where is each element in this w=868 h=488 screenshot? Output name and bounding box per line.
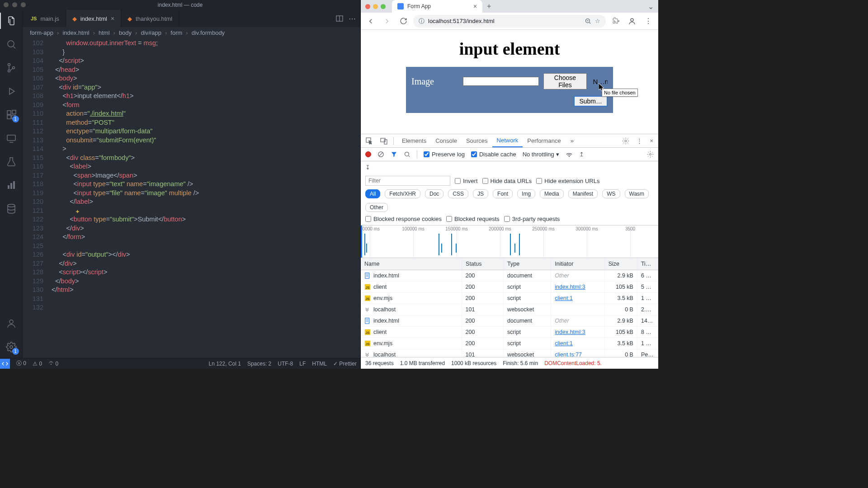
- filter-pill-fetch-xhr[interactable]: Fetch/XHR: [385, 189, 420, 198]
- status-prettier[interactable]: ✓ Prettier: [333, 361, 357, 367]
- traffic-min-icon[interactable]: [12, 2, 17, 7]
- clear-button[interactable]: [377, 151, 384, 158]
- testing-icon[interactable]: [5, 155, 18, 168]
- search-icon[interactable]: [5, 38, 18, 51]
- import-har-icon[interactable]: ↥: [579, 151, 584, 158]
- device-icon[interactable]: [378, 134, 390, 147]
- warnings-count[interactable]: ⚠ 0: [33, 361, 42, 367]
- close-icon[interactable]: ×: [111, 15, 114, 22]
- bookmark-icon[interactable]: ☆: [595, 18, 600, 24]
- filter-pill-js[interactable]: JS: [473, 189, 488, 198]
- column-type[interactable]: Type: [504, 258, 551, 270]
- record-button[interactable]: [365, 151, 371, 157]
- search-icon[interactable]: [404, 151, 410, 158]
- traffic-max-icon[interactable]: [21, 2, 26, 7]
- filter-icon[interactable]: [391, 151, 397, 158]
- column-status[interactable]: Status: [462, 258, 504, 270]
- column-ti…[interactable]: Ti…: [637, 258, 658, 270]
- close-icon[interactable]: ×: [473, 3, 477, 10]
- chart-icon[interactable]: [5, 179, 18, 192]
- devtools-tab-performance[interactable]: Performance: [523, 134, 565, 147]
- status-eol[interactable]: LF: [299, 361, 306, 367]
- filter-pill-all[interactable]: All: [365, 189, 380, 198]
- hide-ext-urls-checkbox[interactable]: Hide extension URLs: [536, 178, 599, 184]
- debug-icon[interactable]: [5, 85, 18, 98]
- explorer-icon[interactable]: [5, 14, 18, 27]
- network-row[interactable]: JSclient200scriptindex.html:3105 kB8 …: [361, 327, 658, 338]
- network-row[interactable]: JSenv.mjs200scriptclient:13.5 kB1 …: [361, 293, 658, 304]
- forward-button[interactable]: [381, 15, 393, 28]
- network-table[interactable]: NameStatusTypeInitiatorSizeTi… index.htm…: [361, 258, 658, 357]
- tab-thankyou-html[interactable]: ◆thankyou.html: [121, 10, 179, 27]
- zoom-icon[interactable]: [585, 18, 591, 24]
- breadcrumb[interactable]: form-app›index.html›html›body›div#app›fo…: [23, 27, 360, 38]
- remote-button[interactable]: [0, 359, 10, 369]
- status-encoding[interactable]: UTF-8: [278, 361, 293, 367]
- network-settings-icon[interactable]: [647, 151, 654, 158]
- filter-pill-img[interactable]: Img: [517, 189, 535, 198]
- menu-button[interactable]: ⋮: [642, 15, 655, 28]
- errors-count[interactable]: ⓧ 0: [16, 360, 26, 367]
- tab-main-js[interactable]: JSmain.js: [24, 10, 66, 27]
- extensions-icon[interactable]: 1: [5, 108, 18, 121]
- back-button[interactable]: [364, 15, 377, 28]
- network-row[interactable]: JSenv.mjs200scriptclient:13.5 kB1 …: [361, 338, 658, 349]
- status-lncol[interactable]: Ln 122, Col 1: [209, 361, 241, 367]
- ports-count[interactable]: 0: [48, 360, 58, 367]
- address-bar[interactable]: ⓘ localhost:5173/index.html ☆: [413, 15, 606, 28]
- traffic-close-icon[interactable]: [365, 4, 370, 9]
- export-har-icon[interactable]: ↧: [365, 164, 370, 171]
- site-info-icon[interactable]: ⓘ: [419, 17, 425, 25]
- remote-icon[interactable]: [5, 132, 18, 145]
- network-timeline[interactable]: 50000 ms100000 ms150000 ms200000 ms25000…: [361, 225, 658, 258]
- devtools-menu-icon[interactable]: ⋮: [634, 137, 645, 144]
- reload-button[interactable]: [397, 15, 410, 28]
- blocked-cookies-checkbox[interactable]: Blocked response cookies: [365, 216, 442, 222]
- browser-tab[interactable]: Form App ×: [392, 0, 482, 13]
- expand-tabs-icon[interactable]: ⌄: [648, 2, 654, 11]
- network-conditions-icon[interactable]: [566, 151, 573, 158]
- column-initiator[interactable]: Initiator: [551, 258, 604, 270]
- column-size[interactable]: Size: [604, 258, 637, 270]
- column-name[interactable]: Name: [361, 258, 462, 270]
- submit-button[interactable]: Subm…: [574, 96, 608, 107]
- sql-icon[interactable]: [5, 202, 18, 215]
- devtools-tab-network[interactable]: Network: [492, 134, 523, 147]
- more-icon[interactable]: ⋯: [349, 14, 356, 23]
- network-row[interactable]: JSclient200scriptindex.html:3105 kB5 …: [361, 282, 658, 293]
- extensions-button[interactable]: [609, 15, 622, 28]
- traffic-min-icon[interactable]: [373, 4, 378, 9]
- network-row[interactable]: localhost101websocketclient.ts:770 BPe…: [361, 349, 658, 357]
- status-spaces[interactable]: Spaces: 2: [247, 361, 271, 367]
- devtools-tab-elements[interactable]: Elements: [397, 134, 431, 147]
- devtools-tab-sources[interactable]: Sources: [462, 134, 492, 147]
- hide-data-urls-checkbox[interactable]: Hide data URLs: [482, 178, 532, 184]
- filter-pill-ws[interactable]: WS: [602, 189, 620, 198]
- network-row[interactable]: index.html200documentOther2.9 kB6 …: [361, 270, 658, 282]
- network-row[interactable]: localhost101websocket0 B2.…: [361, 304, 658, 315]
- disable-cache-checkbox[interactable]: Disable cache: [471, 151, 516, 158]
- devtools-settings-icon[interactable]: [620, 137, 632, 145]
- inspect-icon[interactable]: [363, 134, 375, 147]
- devtools-tab-console[interactable]: Console: [431, 134, 462, 147]
- settings-icon[interactable]: 1: [5, 341, 18, 353]
- more-tabs-icon[interactable]: »: [568, 134, 576, 147]
- new-tab-button[interactable]: +: [487, 2, 491, 10]
- third-party-checkbox[interactable]: 3rd-party requests: [504, 216, 560, 222]
- invert-checkbox[interactable]: Invert: [455, 178, 478, 184]
- preserve-log-checkbox[interactable]: Preserve log: [424, 151, 465, 158]
- network-row[interactable]: index.html200documentOther2.9 kB14…: [361, 315, 658, 327]
- filter-pill-manifest[interactable]: Manifest: [568, 189, 598, 198]
- traffic-max-icon[interactable]: [381, 4, 386, 9]
- source-control-icon[interactable]: [5, 61, 18, 74]
- devtools-close-icon[interactable]: ×: [647, 137, 656, 144]
- blocked-requests-checkbox[interactable]: Blocked requests: [446, 216, 500, 222]
- filter-pill-font[interactable]: Font: [493, 189, 513, 198]
- profile-button[interactable]: [626, 15, 638, 28]
- throttling-select[interactable]: No throttling ▾: [523, 151, 559, 158]
- traffic-close-icon[interactable]: [4, 2, 9, 7]
- split-editor-icon[interactable]: [336, 15, 343, 22]
- filter-pill-css[interactable]: CSS: [448, 189, 468, 198]
- filter-pill-media[interactable]: Media: [540, 189, 564, 198]
- filter-pill-wasm[interactable]: Wasm: [625, 189, 649, 198]
